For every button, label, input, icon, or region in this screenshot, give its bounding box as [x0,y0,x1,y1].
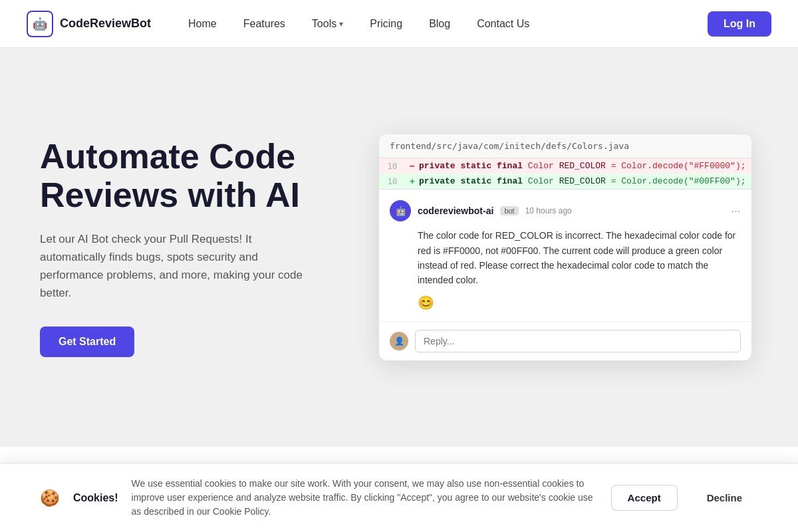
line-number-added: 10 [379,177,406,186]
diff-line-removed: 10 − private static final Color RED_COLO… [379,158,751,174]
brand-name: CodeReviewBot [60,17,151,31]
login-button[interactable]: Log In [708,11,771,37]
get-started-button[interactable]: Get Started [40,327,134,357]
comment-time: 10 hours ago [525,206,572,215]
hero-description: Let our AI Bot check your Pull Requests!… [40,230,319,303]
diff-code-removed: private static final Color RED_COLOR = C… [419,161,746,171]
logo-area[interactable]: 🤖 CodeReviewBot [27,11,151,37]
reply-input[interactable] [415,330,741,352]
nav-tools[interactable]: Tools ▾ [301,13,354,35]
hero-right: frontend/src/java/com/initech/defs/Color… [372,134,758,360]
nav-contact[interactable]: Contact Us [466,13,540,35]
comment-body: The color code for RED_COLOR is incorrec… [418,228,741,288]
code-card-file-path: frontend/src/java/com/initech/defs/Color… [379,134,751,158]
code-review-card: frontend/src/java/com/initech/defs/Color… [379,134,751,360]
hero-section: Automate Code Reviews with AI Let our AI… [0,48,798,447]
nav-home[interactable]: Home [178,13,227,35]
cookie-accept-button[interactable]: Accept [611,485,678,511]
cookie-emoji: 🍪 [40,489,60,507]
reply-avatar: 👤 [390,332,408,350]
code-diff: 10 − private static final Color RED_COLO… [379,158,751,190]
hero-left: Automate Code Reviews with AI Let our AI… [40,138,372,356]
logo-icon: 🤖 [27,11,53,37]
bot-avatar: 🤖 [390,200,411,221]
cookie-text: We use essential cookies to make our sit… [132,477,598,519]
cookie-banner: 🍪 Cookies! We use essential cookies to m… [0,463,798,532]
reply-area: 👤 [379,321,751,360]
nav-links: Home Features Tools ▾ Pricing Blog Conta… [178,13,708,35]
emoji-reaction-button[interactable]: 😊 [418,295,741,311]
comment-area: 🤖 codereviewbot-ai bot 10 hours ago ··· … [379,190,751,321]
diff-line-added: 10 + private static final Color RED_COLO… [379,174,751,189]
line-number-removed: 10 [379,162,406,171]
nav-features[interactable]: Features [233,13,296,35]
comment-header: 🤖 codereviewbot-ai bot 10 hours ago ··· [390,200,741,221]
diff-sign-removed: − [406,161,419,171]
logo-emoji: 🤖 [33,17,47,31]
diff-sign-added: + [406,176,419,186]
hero-title: Automate Code Reviews with AI [40,138,372,213]
diff-code-added: private static final Color RED_COLOR = C… [419,176,746,186]
nav-pricing[interactable]: Pricing [359,13,413,35]
navbar: 🤖 CodeReviewBot Home Features Tools ▾ Pr… [0,0,798,48]
cookie-decline-button[interactable]: Decline [691,485,758,510]
chevron-down-icon: ▾ [339,19,343,29]
nav-blog[interactable]: Blog [418,13,461,35]
comment-options-button[interactable]: ··· [731,204,741,218]
bot-badge: bot [500,206,518,215]
commenter-name: codereviewbot-ai [418,205,493,216]
cookie-title: Cookies! [73,492,118,504]
